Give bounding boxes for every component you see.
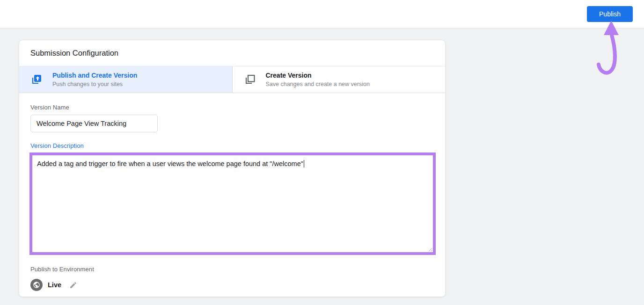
tab-create-version[interactable]: Create Version Save changes and create a…: [233, 66, 446, 93]
tab-title-publish-and-create-version: Publish and Create Version: [52, 72, 137, 80]
card-header: Submission Configuration: [19, 40, 445, 66]
card-body: Version Name Version Description Added a…: [19, 93, 445, 291]
submission-configuration-card: Submission Configuration Publish and Cre…: [19, 40, 446, 297]
publish-upload-pages-icon: [30, 73, 43, 86]
page-background: Submission Configuration Publish and Cre…: [0, 29, 644, 297]
top-bar: Publish: [0, 0, 644, 29]
resize-handle-icon[interactable]: [428, 247, 432, 252]
tab-subtitle-publish-and-create-version: Push changes to your sites: [52, 81, 137, 87]
tab-publish-and-create-version[interactable]: Publish and Create Version Push changes …: [19, 66, 233, 93]
card-title: Submission Configuration: [30, 49, 118, 58]
version-name-label: Version Name: [30, 104, 434, 111]
publish-button[interactable]: Publish: [587, 6, 633, 22]
version-description-text: Added a tag and trigger to fire when a u…: [37, 160, 303, 167]
submission-tabs: Publish and Create Version Push changes …: [19, 66, 445, 93]
version-name-input[interactable]: [30, 115, 158, 132]
pencil-icon: [69, 281, 77, 289]
environment-row: Live: [30, 279, 434, 291]
version-description-textarea[interactable]: Added a tag and trigger to fire when a u…: [29, 152, 436, 255]
publish-to-environment-label: Publish to Environment: [30, 266, 434, 273]
stacked-pages-icon: [244, 73, 256, 86]
version-description-label: Version Description: [30, 142, 434, 149]
text-caret: [304, 160, 305, 167]
environment-name: Live: [48, 281, 61, 289]
tab-text: Publish and Create Version Push changes …: [52, 72, 137, 87]
tab-text: Create Version Save changes and create a…: [266, 72, 370, 87]
globe-icon: [30, 279, 43, 291]
edit-environment-button[interactable]: [69, 281, 77, 289]
tab-subtitle-create-version: Save changes and create a new version: [266, 81, 370, 87]
tab-title-create-version: Create Version: [266, 72, 370, 80]
